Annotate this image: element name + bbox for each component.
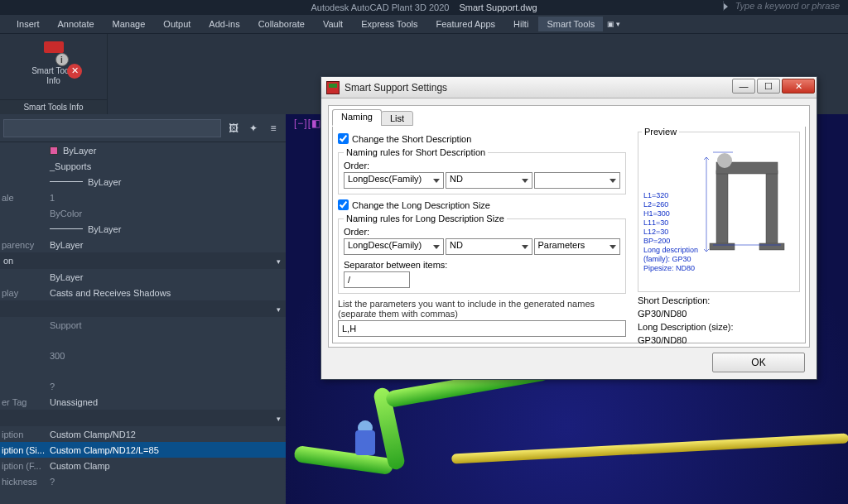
prop-family[interactable]: Support bbox=[50, 320, 286, 330]
file-name: Smart Support.dwg bbox=[459, 2, 537, 12]
title-bar: Autodesk AutoCAD Plant 3D 2020 Smart Sup… bbox=[0, 0, 848, 15]
prop-desc-family[interactable]: Custom Clamp bbox=[50, 461, 286, 471]
properties-panel: 🖾 ✦ ≡ ByLayer _Supports ByLayer ale1 ByC… bbox=[0, 114, 286, 504]
dialog-title: Smart Support Settings bbox=[344, 82, 447, 94]
toggle-pim-button[interactable]: ≡ bbox=[266, 121, 281, 136]
menu-smart-tools[interactable]: Smart Tools bbox=[538, 17, 603, 31]
combo-short-3[interactable] bbox=[534, 172, 621, 189]
menu-hilti[interactable]: Hilti bbox=[505, 17, 537, 31]
params-hint: List the parameters you want to include … bbox=[338, 299, 626, 319]
prop-desc-size-row[interactable]: iption (Si...Custom Clamp/ND12/L=85 bbox=[0, 442, 286, 458]
prop-layer[interactable]: _Supports bbox=[50, 161, 286, 171]
svg-rect-4 bbox=[759, 243, 784, 250]
menu-express[interactable]: Express Tools bbox=[353, 17, 426, 31]
order-label-2: Order: bbox=[344, 227, 620, 237]
prop-color[interactable]: ByLayer bbox=[63, 146, 286, 156]
linetype-icon bbox=[50, 181, 83, 182]
search-input[interactable]: Type a keyword or phrase bbox=[723, 1, 840, 11]
prop-transparency[interactable]: ByLayer bbox=[50, 240, 286, 250]
tab-pane-naming: Change the Short Description Naming rule… bbox=[332, 127, 806, 343]
prop-desc-size: Custom Clamp/ND12/L=85 bbox=[50, 445, 286, 455]
preview-dim-list: L1=320 L2=260 H1=300 L11=30 L12=30 BP=20… bbox=[643, 191, 698, 273]
combo-long-1[interactable]: LongDesc(Family) bbox=[344, 238, 444, 255]
tab-list[interactable]: List bbox=[381, 111, 413, 126]
prop-shadow[interactable]: Casts and Receives Shadows bbox=[50, 288, 286, 298]
prop-h[interactable]: 300 bbox=[50, 351, 286, 361]
prop-lineweight[interactable]: ByLayer bbox=[88, 224, 286, 234]
separator-input[interactable] bbox=[344, 271, 410, 288]
section-divider-2[interactable]: ▾ bbox=[0, 410, 286, 426]
menu-vault[interactable]: Vault bbox=[315, 17, 351, 31]
minimize-button[interactable]: — bbox=[732, 79, 755, 94]
dialog-titlebar[interactable]: Smart Support Settings — ☐ ✕ bbox=[321, 77, 817, 98]
order-label: Order: bbox=[344, 161, 620, 170]
prop-scale[interactable]: 1 bbox=[50, 193, 286, 203]
app-title: Autodesk AutoCAD Plant 3D 2020 bbox=[311, 2, 449, 12]
prop-plotstyle[interactable]: ByColor bbox=[50, 209, 286, 218]
combo-long-2[interactable]: ND bbox=[446, 238, 532, 255]
close-button[interactable]: ✕ bbox=[782, 79, 815, 94]
prop-unknown[interactable]: ? bbox=[50, 382, 286, 391]
combo-short-2[interactable]: ND bbox=[446, 172, 532, 189]
chevron-down-icon: ▾ bbox=[277, 305, 281, 314]
group-short-desc: Naming rules for Short Description Order… bbox=[338, 147, 626, 194]
pick-button[interactable]: ✦ bbox=[246, 121, 261, 136]
menu-addins[interactable]: Add-ins bbox=[200, 17, 248, 31]
section-3d-visualization[interactable]: on▾ bbox=[0, 252, 286, 269]
prop-tag[interactable]: Unassigned bbox=[50, 397, 286, 407]
smart-tools-info-button[interactable]: i bbox=[41, 38, 67, 65]
prop-material[interactable]: ByLayer bbox=[50, 272, 286, 282]
short-desc-value: GP30/ND80 bbox=[638, 309, 800, 319]
smart-support-settings-dialog: Smart Support Settings — ☐ ✕ Naming List… bbox=[320, 76, 817, 380]
dialog-body: Naming List Change the Short Description… bbox=[328, 105, 810, 348]
pipe-yellow bbox=[451, 433, 848, 463]
menu-overflow-icon[interactable]: ▣ ▾ bbox=[605, 20, 623, 28]
short-desc-label: Short Description: bbox=[638, 295, 800, 305]
ok-button[interactable]: OK bbox=[712, 353, 805, 372]
prop-desc-short[interactable]: Custom Clamp/ND12 bbox=[50, 430, 286, 439]
clamp-support bbox=[355, 430, 375, 455]
chk-change-long-desc[interactable]: Change the Long Description Size bbox=[338, 199, 626, 210]
error-badge-icon: ✕ bbox=[67, 64, 82, 79]
preview-box: Preview bbox=[638, 132, 800, 292]
chevron-down-icon: ▾ bbox=[277, 415, 281, 423]
menu-featured[interactable]: Featured Apps bbox=[427, 17, 504, 31]
svg-point-5 bbox=[717, 153, 732, 168]
maximize-button[interactable]: ☐ bbox=[757, 79, 780, 94]
menu-annotate[interactable]: Annotate bbox=[50, 17, 103, 31]
properties-toolbar: 🖾 ✦ ≡ bbox=[0, 114, 286, 142]
color-swatch-icon bbox=[50, 146, 58, 155]
long-desc-value: GP30/ND80 bbox=[638, 335, 800, 345]
object-type-dropdown[interactable] bbox=[3, 119, 221, 137]
combo-short-1[interactable]: LongDesc(Family) bbox=[344, 172, 444, 189]
group-long-desc: Naming rules for Long Description Size O… bbox=[338, 214, 626, 294]
combo-long-3[interactable]: Parameters bbox=[534, 238, 621, 255]
prop-linetype[interactable]: ByLayer bbox=[88, 177, 286, 187]
tab-strip: Naming List bbox=[332, 109, 806, 127]
menu-insert[interactable]: Insert bbox=[8, 17, 48, 31]
section-divider[interactable]: ▾ bbox=[0, 300, 286, 317]
long-desc-label: Long Description (size): bbox=[638, 322, 800, 332]
svg-rect-0 bbox=[716, 170, 728, 245]
params-input[interactable] bbox=[338, 320, 626, 337]
pipe-green bbox=[293, 445, 394, 476]
tab-naming[interactable]: Naming bbox=[332, 109, 382, 126]
menu-collaborate[interactable]: Collaborate bbox=[250, 17, 313, 31]
menu-output[interactable]: Output bbox=[155, 17, 199, 31]
separator-label: Separator between items: bbox=[344, 260, 620, 270]
chk-change-short-desc[interactable]: Change the Short Description bbox=[338, 133, 626, 144]
ribbon-panel-title: Smart Tools Info bbox=[0, 99, 107, 114]
menu-bar: Insert Annotate Manage Output Add-ins Co… bbox=[0, 15, 848, 33]
prop-thickness[interactable]: ? bbox=[50, 477, 286, 487]
menu-manage[interactable]: Manage bbox=[104, 17, 154, 31]
ribbon-panel-smart-tools-info: i ✕ Smart ToolsInfo Smart Tools Info bbox=[0, 34, 108, 114]
dialog-app-icon bbox=[326, 81, 340, 94]
chevron-down-icon: ▾ bbox=[277, 257, 281, 266]
lineweight-icon bbox=[50, 228, 83, 229]
svg-rect-3 bbox=[710, 243, 735, 250]
svg-rect-1 bbox=[766, 170, 778, 245]
quick-select-button[interactable]: 🖾 bbox=[226, 121, 241, 136]
